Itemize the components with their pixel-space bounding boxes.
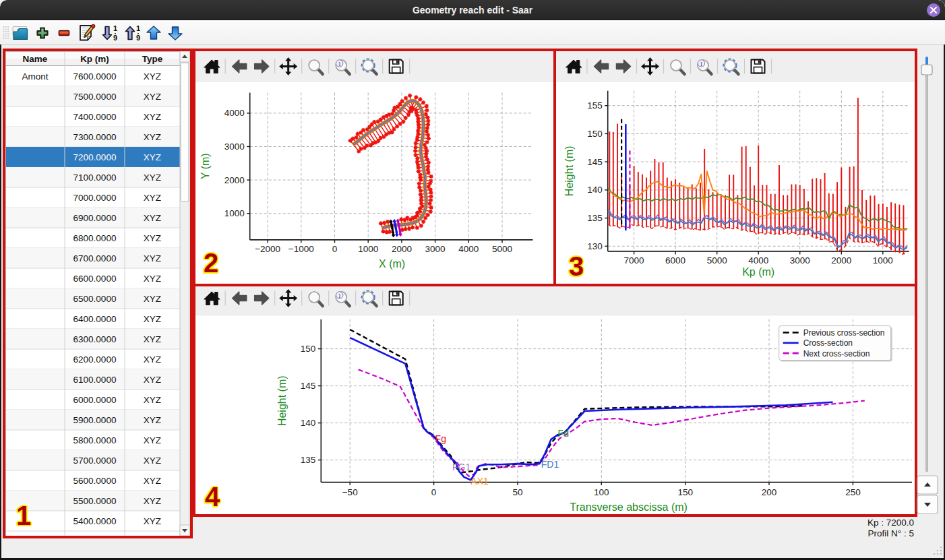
svg-text:9: 9 (136, 34, 140, 42)
svg-text:1: 1 (136, 24, 140, 32)
svg-text:1: 1 (113, 24, 117, 32)
svg-text:9: 9 (113, 34, 117, 42)
